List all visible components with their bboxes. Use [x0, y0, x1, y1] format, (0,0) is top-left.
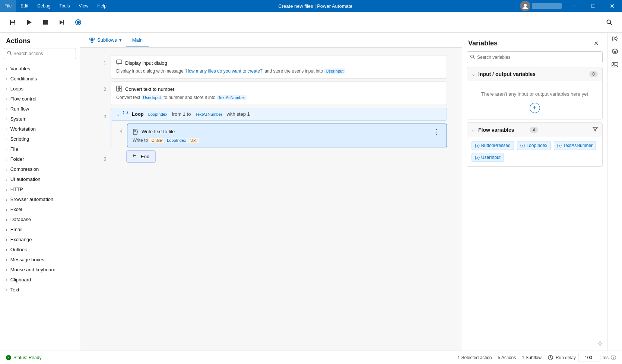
var-chip-name: LoopIndex [526, 143, 547, 148]
maximize-button[interactable]: □ [585, 0, 602, 12]
search-variables-input[interactable] [477, 55, 599, 60]
close-button[interactable]: ✕ [603, 0, 621, 12]
action-label: Clipboard [10, 277, 31, 282]
close-variables-button[interactable]: ✕ [591, 38, 601, 48]
textasnumber-var2[interactable]: TextAsNumber [194, 112, 223, 117]
layers-button[interactable] [609, 45, 621, 57]
action-item-message-boxes[interactable]: › Message boxes [0, 255, 80, 265]
menu-edit[interactable]: Edit [16, 0, 33, 12]
step-card-1[interactable]: Display input dialog Display input dialo… [111, 55, 447, 79]
image-button[interactable] [609, 59, 621, 71]
var-chip-textasnumber[interactable]: {x} TextAsNumber [554, 141, 596, 150]
loopindex-var2[interactable]: LoopIndex [165, 138, 187, 143]
action-item-scripting[interactable]: › Scripting [0, 134, 80, 144]
var-chip-icon: {x} [557, 143, 562, 148]
var-chip-loopindex[interactable]: {x} LoopIndex [517, 141, 551, 150]
actions-search-box[interactable] [4, 48, 76, 59]
textasnumber-var[interactable]: TextAsNumber [217, 95, 247, 100]
record-button[interactable] [72, 16, 85, 29]
svg-point-0 [524, 4, 527, 7]
chevron-icon: › [6, 77, 7, 81]
var-chip-buttonpressed[interactable]: {x} ButtonPressed [472, 141, 514, 150]
run-button[interactable] [22, 16, 36, 29]
action-item-variables[interactable]: › Variables [0, 64, 80, 74]
step-card-2[interactable]: Convert text to number Convert text User… [111, 82, 447, 105]
step-number-5: 5 [95, 151, 106, 162]
tab-main[interactable]: Main [126, 33, 149, 47]
info-icon[interactable]: ⓘ [611, 354, 616, 361]
canvas-search-button[interactable] [603, 16, 616, 29]
variables-panel: Variables ✕ ⌄ Input / output variables 0… [462, 33, 607, 351]
var-chip-userinput[interactable]: {x} UserInput [472, 153, 504, 162]
io-section-header[interactable]: ⌄ Input / output variables 0 [467, 67, 602, 81]
user-avatar[interactable] [520, 1, 530, 11]
var-chip-icon: {x} [475, 143, 480, 148]
flow-vars-chevron-icon: ⌄ [472, 127, 475, 132]
step-card-body-2: Convert text UserInput to number and sto… [116, 95, 441, 101]
action-item-email[interactable]: › Email [0, 224, 80, 234]
menu-tools[interactable]: Tools [55, 0, 74, 12]
action-item-conditionals[interactable]: › Conditionals [0, 74, 80, 84]
save-button[interactable] [6, 16, 19, 29]
svg-marker-4 [27, 20, 32, 25]
chevron-icon: › [6, 167, 7, 172]
run-delay-input[interactable] [578, 354, 600, 361]
stop-button[interactable] [39, 16, 52, 29]
action-item-flow-control[interactable]: › Flow control [0, 94, 80, 104]
action-item-http[interactable]: › HTTP [0, 184, 80, 194]
action-item-workstation[interactable]: › Workstation [0, 124, 80, 134]
action-item-database[interactable]: › Database [0, 214, 80, 224]
action-item-system[interactable]: › System [0, 114, 80, 124]
action-item-browser-automation[interactable]: › Browser automation [0, 194, 80, 204]
menu-view[interactable]: View [74, 0, 93, 12]
userinput-var[interactable]: UserInput [324, 68, 345, 74]
menu-file[interactable]: File [0, 0, 16, 12]
filter-icon[interactable] [593, 127, 598, 133]
io-count-badge: 0 [589, 71, 598, 77]
action-item-mouse-keyboard[interactable]: › Mouse and keyboard [0, 265, 80, 275]
action-item-ui-automation[interactable]: › UI automation [0, 174, 80, 184]
chevron-icon: › [6, 187, 7, 192]
menu-debug[interactable]: Debug [33, 0, 55, 12]
variables-search-box[interactable] [467, 51, 603, 63]
flow-vars-header[interactable]: ⌄ Flow variables 4 [467, 123, 602, 137]
loop-step-card-4[interactable]: Write text to file ⋮ Write to 'C:\file' … [127, 124, 447, 148]
action-item-run-flow[interactable]: › Run flow [0, 104, 80, 114]
action-item-file[interactable]: › File [0, 144, 80, 154]
flow-vars-count: 4 [530, 127, 538, 133]
more-options-button[interactable]: ⋮ [432, 128, 441, 136]
svg-rect-3 [11, 23, 15, 25]
menu-help[interactable]: Help [93, 0, 111, 12]
clock-icon [548, 355, 553, 361]
subflows-button[interactable]: Subflows ▾ [85, 33, 126, 47]
loopindex-var[interactable]: LoopIndex [147, 112, 169, 117]
diamond-icon [597, 341, 603, 346]
write-step-body: Write to 'C:\file' LoopIndex '.txt' [133, 137, 441, 144]
svg-point-1 [523, 7, 528, 9]
variables-panel-title: Variables [468, 39, 498, 47]
action-item-outlook[interactable]: › Outlook [0, 245, 80, 255]
txt-str: '.txt' [189, 138, 199, 143]
end-card[interactable]: End [126, 150, 156, 163]
action-item-folder[interactable]: › Folder [0, 154, 80, 164]
action-item-loops[interactable]: › Loops [0, 84, 80, 94]
action-item-excel[interactable]: › Excel [0, 204, 80, 214]
svg-rect-15 [92, 38, 94, 40]
minimize-button[interactable]: ─ [566, 0, 583, 12]
search-actions-input[interactable] [13, 51, 73, 56]
action-item-compression[interactable]: › Compression [0, 164, 80, 174]
userinput-var2[interactable]: UserInput [142, 95, 162, 100]
status-text: Status: Ready [13, 355, 41, 360]
next-button[interactable] [55, 16, 69, 29]
write-step-header: Write text to file ⋮ [133, 128, 441, 136]
step-number-1: 1 [95, 55, 106, 66]
loop-collapse-button[interactable]: ⌄ [116, 112, 120, 117]
loop-card[interactable]: ⌄ Loop LoopIndex from 1 to TextAsNumber … [111, 108, 447, 121]
action-item-text[interactable]: › Text [0, 285, 80, 295]
action-item-exchange[interactable]: › Exchange [0, 234, 80, 245]
step-title-2: Convert text to number [125, 86, 174, 92]
add-variable-button[interactable]: + [530, 103, 540, 113]
svg-point-12 [8, 51, 11, 54]
var-chip-icon: {x} [520, 143, 525, 148]
action-item-clipboard[interactable]: › Clipboard [0, 275, 80, 285]
